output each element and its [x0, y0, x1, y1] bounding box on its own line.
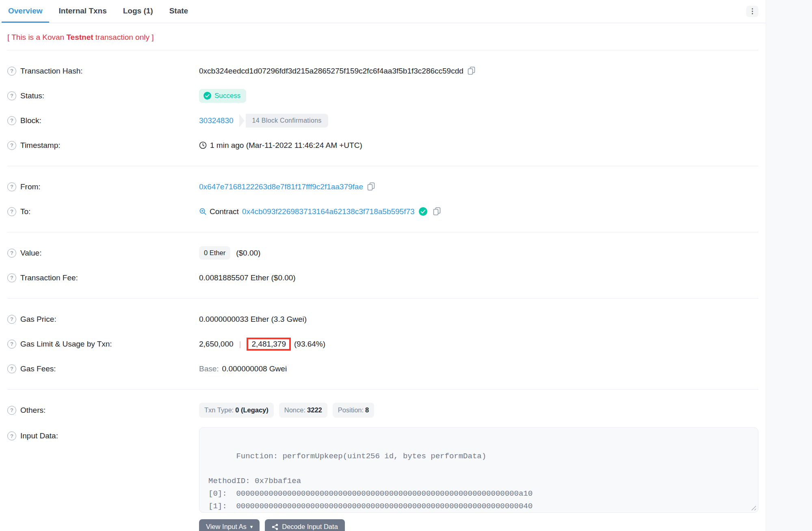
help-icon: ? [7, 141, 16, 150]
tab-logs[interactable]: Logs (1) [117, 0, 160, 23]
clock-icon [199, 141, 207, 149]
separator: | [239, 340, 241, 349]
verified-contract-icon [419, 207, 427, 216]
help-icon: ? [7, 207, 16, 216]
help-icon: ? [7, 431, 16, 440]
base-fee-label: Base: [199, 364, 219, 373]
value-label: Value: [20, 249, 41, 258]
help-icon: ? [7, 67, 16, 76]
from-row: ? From: 0x647e7168122263d8e7f81f17fff9c2… [0, 174, 766, 199]
gas-limit-usage-row: ? Gas Limit & Usage by Txn: 2,650,000 | … [0, 332, 766, 356]
tab-internal-txns[interactable]: Internal Txns [52, 0, 113, 23]
divider [7, 232, 758, 232]
help-icon: ? [7, 406, 16, 415]
status-text: Success [214, 92, 240, 100]
transaction-detail-panel: Overview Internal Txns Logs (1) State ⋮ … [0, 0, 766, 531]
gas-price-label: Gas Price: [20, 315, 56, 324]
notice-prefix: [ This is a Kovan [7, 33, 66, 41]
txn-type-value: 0 (Legacy) [235, 406, 269, 414]
others-label: Others: [20, 406, 45, 415]
copy-icon [367, 182, 375, 191]
decode-input-data-button[interactable]: Decode Input Data [265, 519, 345, 531]
block-number-link[interactable]: 30324830 [199, 116, 234, 125]
divider [7, 166, 758, 166]
notice-suffix: transaction only ] [93, 33, 154, 41]
contract-preview-button[interactable] [199, 208, 207, 215]
gas-price-row: ? Gas Price: 0.0000000033 Ether (3.3 Gwe… [0, 307, 766, 332]
input-data-row: ? Input Data: Function: performUpkeep(ui… [0, 423, 766, 513]
testnet-notice: [ This is a Kovan Testnet transaction on… [0, 23, 766, 42]
nonce-badge: Nonce:3222 [279, 403, 327, 418]
position-value: 8 [365, 406, 369, 414]
block-row: ? Block: 30324830 14 Block Confirmations [0, 108, 766, 133]
help-icon: ? [7, 340, 16, 349]
copy-hash-button[interactable] [468, 67, 475, 75]
to-address-link[interactable]: 0x4cb093f226983713164a62138c3f718a5b595f… [242, 207, 415, 216]
block-confirmations-text: 14 Block Confirmations [246, 114, 328, 128]
tab-state[interactable]: State [163, 0, 195, 23]
nonce-label: Nonce: [284, 406, 305, 414]
copy-from-address-button[interactable] [367, 182, 375, 191]
gas-used-percent: (93.64%) [294, 340, 325, 349]
caret-down-icon: ▾ [250, 524, 253, 529]
position-label: Position: [338, 406, 364, 414]
help-icon: ? [7, 315, 16, 324]
copy-icon [468, 67, 475, 75]
help-icon: ? [7, 249, 16, 258]
more-options-button[interactable]: ⋮ [746, 6, 758, 17]
timestamp-label: Timestamp: [20, 141, 61, 150]
divider [7, 298, 758, 299]
from-label: From: [20, 182, 41, 191]
value-row: ? Value: 0 Ether ($0.00) [0, 241, 766, 265]
to-label: To: [20, 207, 30, 216]
transaction-hash-value: 0xcb324eedcd1d07296fdf3d215a2865275f159c… [199, 67, 463, 76]
position-badge: Position:8 [333, 403, 374, 418]
block-label: Block: [20, 116, 41, 125]
status-badge: Success [199, 89, 246, 103]
decode-input-data-label: Decode Input Data [282, 523, 338, 531]
resize-handle[interactable] [751, 505, 756, 510]
transaction-fee-row: ? Transaction Fee: 0.0081885507 Ether ($… [0, 265, 766, 290]
help-icon: ? [7, 273, 16, 282]
transaction-hash-label: Transaction Hash: [20, 67, 82, 76]
gas-fees-row: ? Gas Fees: Base: 0.000000008 Gwei [0, 356, 766, 381]
view-input-as-button[interactable]: View Input As ▾ [199, 519, 260, 531]
gas-price-value: 0.0000000033 Ether (3.3 Gwei) [199, 315, 307, 324]
input-data-text: Function: performUpkeep(uint256 id, byte… [208, 452, 533, 513]
gas-limit-value: 2,650,000 [199, 340, 234, 349]
notice-bold: Testnet [66, 33, 93, 41]
transaction-hash-row: ? Transaction Hash: 0xcb324eedcd1d07296f… [0, 59, 766, 83]
decode-icon [272, 524, 278, 530]
txn-type-label: Txn Type: [204, 406, 234, 414]
kebab-icon: ⋮ [749, 7, 756, 15]
view-input-as-label: View Input As [206, 523, 247, 531]
help-icon: ? [7, 116, 16, 125]
to-type-text: Contract [210, 207, 239, 216]
timestamp-row: ? Timestamp: 1 min ago (Mar-11-2022 11:4… [0, 133, 766, 158]
base-fee-value: 0.000000008 Gwei [222, 364, 287, 373]
input-data-textarea[interactable]: Function: performUpkeep(uint256 id, byte… [199, 427, 758, 513]
copy-icon [433, 207, 441, 216]
tab-overview[interactable]: Overview [2, 0, 49, 23]
gas-used-value: 2,481,379 [251, 340, 286, 348]
arrow-right-icon [239, 114, 245, 127]
timestamp-value: 1 min ago (Mar-11-2022 11:46:24 AM +UTC) [210, 141, 362, 150]
gas-used-annotation-box: 2,481,379 [247, 338, 291, 351]
to-row: ? To: Contract 0x4cb093f226983713164a621… [0, 199, 766, 224]
nonce-value: 3222 [307, 406, 322, 414]
transaction-fee-value: 0.0081885507 Ether ($0.00) [199, 273, 296, 282]
txn-type-badge: Txn Type:0 (Legacy) [199, 403, 274, 418]
from-address-link[interactable]: 0x647e7168122263d8e7f81f17fff9c2f1aa379f… [199, 182, 363, 191]
status-row: ? Status: Success [0, 83, 766, 108]
copy-to-address-button[interactable] [433, 207, 441, 216]
others-row: ? Others: Txn Type:0 (Legacy) Nonce:3222… [0, 398, 766, 423]
check-circle-icon [204, 92, 211, 100]
input-data-actions: View Input As ▾ Decode Input Data [199, 519, 758, 531]
gas-limit-label: Gas Limit & Usage by Txn: [20, 340, 112, 349]
divider [7, 389, 758, 390]
help-icon: ? [7, 364, 16, 373]
usd-value-text: ($0.00) [236, 249, 260, 258]
transaction-fee-label: Transaction Fee: [20, 273, 78, 282]
status-label: Status: [20, 91, 44, 100]
help-icon: ? [7, 182, 16, 191]
